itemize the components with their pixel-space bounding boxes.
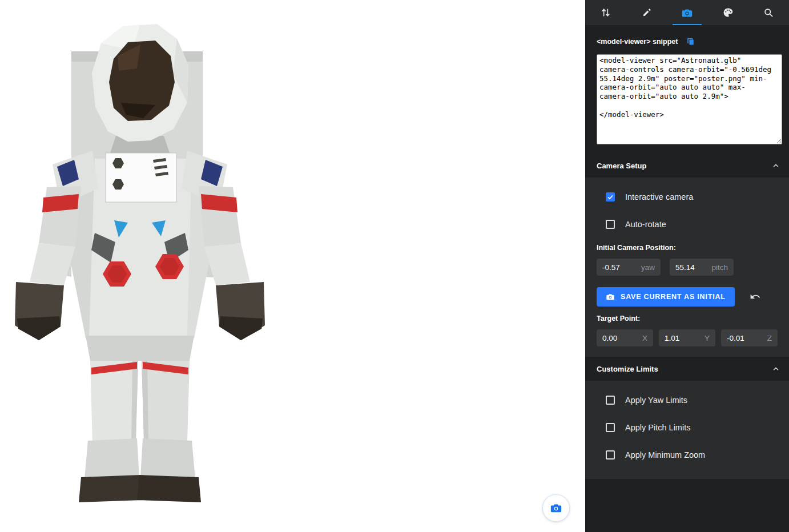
apply-minimum-zoom-row[interactable]: Apply Minimum Zoom — [597, 441, 778, 469]
auto-rotate-row[interactable]: Auto-rotate — [597, 211, 778, 238]
target-y-field[interactable]: 1.01 Y — [659, 329, 715, 346]
save-row: SAVE CURRENT AS INITIAL — [597, 287, 778, 307]
pencil-icon — [641, 7, 652, 18]
search-icon — [763, 7, 774, 18]
save-current-as-initial-button[interactable]: SAVE CURRENT AS INITIAL — [597, 287, 735, 307]
apply-pitch-limits-checkbox[interactable] — [606, 423, 615, 432]
tab-materials[interactable] — [707, 0, 748, 25]
target-x-field[interactable]: 0.00 X — [597, 329, 653, 346]
yaw-value: -0.57 — [602, 263, 620, 272]
undo-initial-camera-button[interactable] — [750, 291, 761, 303]
customize-limits-title: Customize Limits — [597, 365, 658, 373]
target-x-axis-label: X — [642, 334, 647, 342]
camera-icon — [606, 292, 615, 301]
auto-rotate-checkbox[interactable] — [606, 220, 615, 229]
interactive-camera-label: Interactive camera — [625, 192, 693, 201]
customize-limits-body: Apply Yaw Limits Apply Pitch Limits Appl… — [585, 381, 789, 479]
download-screenshot-button[interactable] — [542, 494, 570, 522]
snippet-header: <model-viewer> snippet — [585, 25, 789, 54]
yaw-field[interactable]: -0.57 yaw — [597, 259, 661, 276]
undo-icon — [750, 291, 761, 303]
apply-yaw-limits-label: Apply Yaw Limits — [625, 396, 687, 405]
interactive-camera-row[interactable]: Interactive camera — [597, 183, 778, 211]
copy-snippet-button[interactable] — [686, 37, 695, 46]
target-y-axis-label: Y — [705, 334, 710, 342]
snippet-code-textarea[interactable]: <model-viewer src="Astronaut.glb" camera… — [597, 54, 782, 144]
target-x-value: 0.00 — [602, 334, 617, 342]
yaw-unit-label: yaw — [641, 263, 655, 272]
auto-rotate-label: Auto-rotate — [625, 220, 666, 229]
snippet-title: <model-viewer> snippet — [597, 38, 678, 46]
target-point-fields: 0.00 X 1.01 Y -0.01 Z — [597, 329, 778, 346]
copy-icon — [686, 37, 695, 46]
camera-icon — [681, 7, 693, 19]
pitch-unit-label: pitch — [711, 263, 728, 272]
panel-tabbar — [585, 0, 789, 25]
target-point-label: Target Point: — [597, 315, 778, 323]
editor-panel: <model-viewer> snippet <model-viewer src… — [585, 0, 789, 532]
target-y-value: 1.01 — [665, 334, 679, 342]
model-viewer-editor: <model-viewer> snippet <model-viewer src… — [0, 0, 789, 532]
tab-edit[interactable] — [626, 0, 666, 25]
apply-yaw-limits-checkbox[interactable] — [606, 396, 615, 405]
target-z-field[interactable]: -0.01 Z — [721, 329, 778, 346]
apply-pitch-limits-row[interactable]: Apply Pitch Limits — [597, 414, 778, 441]
chevron-up-icon — [772, 162, 780, 170]
tab-import-export[interactable] — [585, 0, 626, 25]
save-button-label: SAVE CURRENT AS INITIAL — [621, 293, 726, 301]
apply-minimum-zoom-label: Apply Minimum Zoom — [625, 450, 705, 460]
chevron-up-icon — [772, 365, 780, 373]
initial-position-fields: -0.57 yaw 55.14 pitch — [597, 259, 778, 276]
customize-limits-header[interactable]: Customize Limits — [585, 357, 789, 381]
import-export-icon — [600, 7, 611, 18]
astronaut-model — [6, 17, 274, 508]
camera-setup-title: Camera Setup — [597, 162, 646, 170]
tab-inspector[interactable] — [748, 0, 789, 25]
pitch-value: 55.14 — [675, 263, 695, 272]
check-icon — [607, 194, 614, 201]
tab-camera[interactable] — [667, 0, 707, 25]
camera-setup-header[interactable]: Camera Setup — [585, 154, 789, 178]
apply-yaw-limits-row[interactable]: Apply Yaw Limits — [597, 386, 778, 414]
initial-camera-position-label: Initial Camera Position: — [597, 244, 778, 252]
model-viewport[interactable] — [0, 0, 585, 532]
apply-pitch-limits-label: Apply Pitch Limits — [625, 423, 690, 432]
pitch-field[interactable]: 55.14 pitch — [670, 259, 734, 276]
target-z-axis-label: Z — [767, 334, 772, 342]
target-z-value: -0.01 — [727, 334, 744, 342]
interactive-camera-checkbox[interactable] — [606, 192, 615, 201]
palette-icon — [722, 7, 734, 18]
apply-minimum-zoom-checkbox[interactable] — [606, 450, 615, 460]
camera-setup-body: Interactive camera Auto-rotate Initial C… — [585, 178, 789, 357]
snippet-code-wrap: <model-viewer src="Astronaut.glb" camera… — [585, 54, 789, 147]
panel-spacer — [585, 479, 789, 532]
camera-icon — [550, 502, 562, 514]
astronaut-scene — [6, 17, 274, 510]
